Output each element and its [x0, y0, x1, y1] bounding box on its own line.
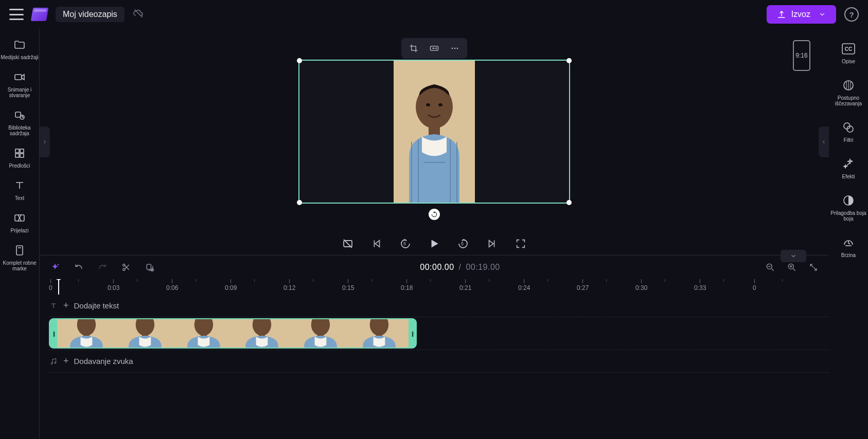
sidebar-item-library[interactable]: Biblioteka sadržaja — [0, 108, 39, 136]
playhead[interactable] — [58, 279, 59, 295]
ruler-tick: 0:24 — [518, 279, 530, 295]
timeline-tracks: + Dodajte tekst || — [40, 295, 829, 439]
video-track[interactable]: || || — [49, 317, 829, 350]
add-text-label: Dodajte tekst — [74, 301, 119, 310]
help-button[interactable]: ? — [844, 7, 859, 22]
prev-frame-button[interactable] — [369, 236, 384, 251]
svg-point-19 — [58, 264, 59, 266]
sidebar-item-filters[interactable]: Filtri — [829, 121, 868, 143]
transitions-icon — [13, 211, 26, 225]
cloud-sync-off-icon[interactable] — [133, 8, 144, 21]
resize-handle-bl[interactable] — [297, 200, 302, 205]
project-title[interactable]: Moj videozapis — [56, 7, 125, 22]
zoom-out-button[interactable] — [764, 261, 776, 273]
duplicate-button[interactable] — [144, 261, 156, 273]
ruler-tick: 0:15 — [342, 279, 354, 295]
export-label: Izvoz — [791, 10, 810, 19]
plus-icon: + — [63, 356, 69, 367]
camera-icon — [13, 70, 26, 84]
split-button[interactable] — [120, 261, 132, 273]
clip-trim-left[interactable]: || — [50, 319, 57, 347]
resize-handle-tl[interactable] — [297, 58, 302, 63]
expand-right-panel[interactable] — [819, 126, 829, 157]
templates-icon — [13, 147, 26, 160]
resize-handle-tr[interactable] — [566, 58, 572, 63]
brand-kit-icon — [13, 244, 26, 257]
svg-point-12 — [457, 48, 458, 49]
svg-point-15 — [426, 103, 430, 106]
fullscreen-button[interactable] — [513, 236, 528, 251]
more-options-button[interactable] — [447, 41, 463, 56]
ruler-tick: 0 — [49, 279, 52, 295]
play-button[interactable] — [427, 236, 441, 251]
skip-back-button[interactable]: 5 — [398, 236, 413, 251]
library-icon — [13, 108, 26, 122]
svg-rect-6 — [20, 154, 24, 157]
expand-left-panel[interactable] — [40, 126, 50, 157]
ai-tool-button[interactable] — [49, 261, 61, 273]
ruler-tick: 0:18 — [401, 279, 413, 295]
redo-button[interactable] — [96, 261, 109, 273]
fade-icon — [842, 79, 855, 92]
fit-timeline-button[interactable] — [807, 261, 820, 273]
menu-button[interactable] — [9, 9, 24, 20]
timecode-display: 00:00.00 / 00:19.00 — [420, 263, 500, 272]
timeline-area: 00:00.00 / 00:19.00 00:030:060:090:120:1… — [39, 255, 829, 439]
upload-icon — [777, 10, 786, 19]
svg-rect-8 — [16, 246, 23, 255]
add-audio-label: Dodavanje zvuka — [74, 357, 133, 365]
svg-rect-0 — [15, 75, 22, 80]
video-clip[interactable]: || || — [49, 318, 417, 349]
export-button[interactable]: Izvoz — [767, 5, 836, 24]
ruler-tick: 0:03 — [108, 279, 119, 295]
ruler-tick: 0:27 — [577, 279, 589, 295]
undo-button[interactable] — [73, 261, 85, 273]
text-track[interactable]: + Dodajte tekst — [49, 295, 829, 317]
clip-thumbnail — [291, 319, 350, 347]
sidebar-item-fade[interactable]: Postupno iščezavanja — [829, 79, 868, 106]
filters-icon — [842, 121, 855, 134]
collapse-timeline-button[interactable] — [781, 250, 806, 262]
music-icon — [49, 357, 58, 365]
next-frame-button[interactable] — [485, 236, 499, 251]
clip-thumbnail — [350, 319, 409, 347]
ruler-tick: 0:06 — [166, 279, 178, 295]
text-icon — [49, 302, 58, 310]
sidebar-item-brand-kit[interactable]: Komplet robne marke — [0, 244, 39, 271]
sidebar-item-speed[interactable]: Brzina — [829, 236, 868, 258]
ruler-tick: 0:12 — [284, 279, 295, 295]
app-logo — [31, 8, 49, 21]
sidebar-item-captions[interactable]: CC Opise — [829, 42, 868, 64]
safe-zone-button[interactable] — [341, 236, 355, 251]
clip-trim-right[interactable]: || — [409, 319, 416, 347]
crop-button[interactable] — [406, 41, 421, 56]
cc-icon: CC — [842, 42, 855, 56]
resize-handle-br[interactable] — [566, 200, 572, 205]
sidebar-item-media[interactable]: Medijski sadržaji — [0, 38, 39, 60]
fit-button[interactable] — [427, 41, 442, 56]
clip-thumbnail — [233, 319, 291, 347]
rotate-handle[interactable] — [429, 209, 440, 220]
svg-rect-22 — [147, 264, 151, 269]
clip-thumbnail — [174, 319, 233, 347]
sidebar-item-transitions[interactable]: Prijelazi — [0, 211, 39, 233]
sidebar-item-record[interactable]: Snimanje i stvaranje — [0, 70, 39, 98]
plus-icon: + — [63, 300, 69, 311]
sidebar-item-text[interactable]: Text — [0, 179, 39, 201]
svg-rect-5 — [15, 154, 19, 157]
sidebar-item-templates[interactable]: Predlošci — [0, 147, 39, 169]
ruler-tick: 0:21 — [459, 279, 471, 295]
preview-frame[interactable] — [298, 60, 570, 204]
timeline-toolbar: 00:00.00 / 00:19.00 — [40, 255, 829, 279]
sidebar-item-effects[interactable]: Efekti — [829, 157, 868, 179]
timeline-ruler[interactable]: 00:030:060:090:120:150:180:210:240:270:3… — [40, 279, 829, 295]
ruler-tick: 0:30 — [635, 279, 647, 295]
skip-forward-button[interactable]: 5 — [456, 236, 470, 251]
text-icon — [13, 179, 26, 192]
sidebar-item-color-adjust[interactable]: Prilagodba boja boja — [829, 194, 868, 222]
speed-icon — [842, 236, 855, 249]
audio-track[interactable]: + Dodavanje zvuka — [49, 350, 829, 373]
zoom-in-button[interactable] — [786, 261, 798, 273]
clip-thumbnail — [116, 319, 174, 347]
aspect-ratio-button[interactable]: 9:16 — [793, 40, 810, 71]
